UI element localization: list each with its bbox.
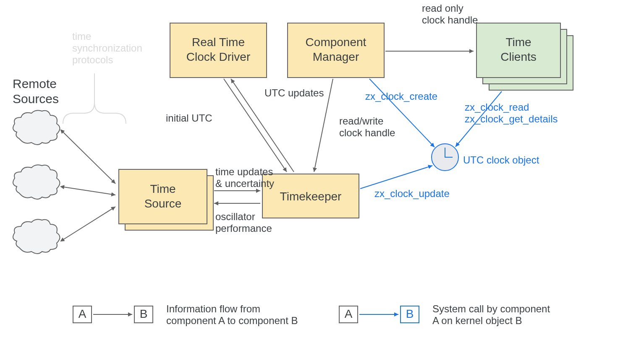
brace-icon — [63, 73, 126, 124]
zx-clock-read-label: zx_clock_read — [465, 101, 529, 113]
component-manager-label-1: Component — [306, 36, 367, 49]
legend-sys-2: A on kernel object B — [432, 315, 522, 326]
legend-sys-1: System call by component — [432, 303, 550, 314]
utc-clock-object-label: UTC clock object — [463, 154, 539, 166]
legend-b-label: B — [140, 307, 148, 320]
legend-info-1: Information flow from — [166, 303, 260, 314]
component-manager-label-2: Manager — [313, 50, 359, 63]
zx-clock-create-label: zx_clock_create — [365, 91, 437, 102]
zx-clock-update-label: zx_clock_update — [374, 188, 450, 199]
sync-protocols-label-3: protocols — [72, 54, 113, 65]
osc-perf-label-2: performance — [215, 223, 272, 234]
utc-updates-label: UTC updates — [264, 87, 324, 99]
cloud-icon — [13, 219, 60, 254]
rtc-driver-label-1: Real Time — [192, 36, 245, 49]
readonly-label-1: read only — [422, 3, 463, 14]
time-source-label-2: Source — [144, 197, 182, 210]
cloud-icon — [13, 110, 60, 145]
legend2-a-label: A — [345, 307, 353, 320]
remote-sources-label-2: Sources — [13, 92, 59, 106]
time-updates-label-1: time updates — [215, 166, 273, 177]
time-clients-label-2: Clients — [500, 50, 537, 63]
zx-clock-get-details-label: zx_clock_get_details — [465, 113, 558, 125]
rtc-driver-label-2: Clock Driver — [186, 50, 250, 63]
osc-perf-label-1: oscillator — [215, 211, 255, 222]
time-source-label-1: Time — [150, 182, 175, 195]
cloud-icon — [13, 165, 60, 199]
legend2-b-label: B — [406, 307, 414, 320]
remote-sources-label-1: Remote — [13, 77, 57, 91]
sync-protocols-label-2: synchronization — [72, 42, 142, 54]
arrow-cloud1-timesource — [61, 130, 115, 184]
arrow-cloud2-timesource — [61, 187, 115, 195]
time-clients-label-1: Time — [505, 36, 531, 49]
arrow-cloud3-timesource — [61, 207, 115, 241]
architecture-diagram: Remote Sources time synchronization prot… — [0, 0, 644, 340]
time-updates-label-2: & uncertainty — [215, 178, 274, 189]
sync-protocols-label-1: time — [72, 31, 91, 42]
readonly-label-2: clock handle — [422, 14, 478, 26]
readwrite-label-2: clock handle — [339, 127, 395, 138]
legend-info-2: component A to component B — [166, 315, 298, 326]
readwrite-label-1: read/write — [339, 115, 383, 127]
initial-utc-label: initial UTC — [166, 112, 212, 124]
arrow-timekeeper-clock — [360, 166, 432, 189]
legend-a-label: A — [79, 307, 86, 320]
time-source-box-front — [119, 169, 207, 224]
timekeeper-label: Timekeeper — [280, 190, 342, 203]
